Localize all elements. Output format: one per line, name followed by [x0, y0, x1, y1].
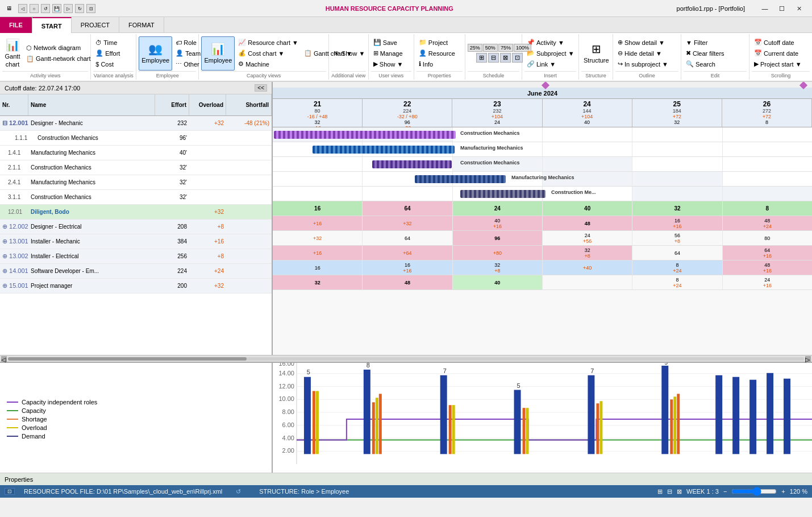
hscrollbar[interactable]: ◁ ▷ — [0, 355, 812, 362]
cell: +80 — [453, 246, 543, 260]
statusbar: ⊡ RESOURCE POOL FILE: D:\01 RP\Samples\_… — [0, 485, 812, 498]
table-row[interactable]: ⊕ 14.001 Software Developer - Em... 224 … — [0, 264, 272, 279]
zoom-icon-2[interactable]: ⊟ — [488, 53, 499, 63]
table-row[interactable]: 2.1.1 Construction Mechanics 32' — [0, 160, 272, 175]
cell: 32 — [632, 201, 722, 216]
row-effort: 200 — [155, 282, 189, 289]
statusbar-icon[interactable]: ⊡ — [5, 488, 15, 495]
row-nr: 2.1.1 — [0, 164, 28, 171]
gantt-network-button[interactable]: 📋 Gantt-network chart — [24, 53, 93, 64]
project-button[interactable]: 📁 Project — [417, 38, 457, 48]
row-nr: 3.1.1 — [0, 193, 28, 201]
employee-capacity-button[interactable]: 📊 Employee — [201, 36, 235, 71]
layout-icon-3[interactable]: ⊠ — [677, 488, 682, 495]
day-val-24: 144 — [583, 108, 592, 114]
hide-detail-button[interactable]: ⊖ Hide detail ▼ — [615, 48, 671, 59]
scroll-right[interactable]: ▷ — [805, 356, 811, 362]
toolbar-icon-2[interactable]: ○ — [30, 4, 39, 13]
show-button[interactable]: 👁 Show ▼ — [331, 48, 367, 59]
day-b-26: 8 — [765, 119, 768, 125]
employee-main-icon: 👥 — [148, 42, 163, 56]
resource-button[interactable]: 👤 Resource — [417, 48, 457, 59]
structure-button[interactable]: ⊞ Structure — [581, 36, 611, 71]
subproject-button[interactable]: 📂 Subproject ▼ — [524, 48, 577, 59]
activity-button[interactable]: 📌 Activity ▼ — [524, 38, 577, 48]
cost-chart-button[interactable]: 💰 Cost chart ▼ — [236, 48, 301, 59]
zoom-icon-4[interactable]: ⊡ — [512, 53, 523, 63]
refresh-icon[interactable]: ↺ — [236, 488, 241, 495]
row-shortfall — [226, 167, 272, 168]
search-label: Search — [696, 61, 715, 68]
zoom-slider[interactable] — [731, 487, 777, 496]
machine-button[interactable]: ⚙ Machine — [236, 59, 301, 69]
zoom-25[interactable]: 25% — [468, 44, 482, 52]
resource-chart-button[interactable]: 📈 Resource chart ▼ — [236, 38, 301, 48]
show-detail-button[interactable]: ⊕ Show detail ▼ — [615, 38, 671, 48]
tab-format[interactable]: FORMAT — [119, 17, 164, 33]
info-button[interactable]: ℹ Info — [417, 59, 457, 69]
table-row[interactable]: ⊕ 13.001 Installer - Mechanic 384 +16 — [0, 234, 272, 249]
cutoff-date-button[interactable]: 📅 Cutoff date — [752, 38, 804, 48]
clear-filters-button[interactable]: ✖ Clear filters — [684, 48, 727, 59]
toolbar-icon-5[interactable]: ▷ — [64, 4, 73, 13]
table-row[interactable]: 2.4.1 Manufacturing Mechanics 32' — [0, 175, 272, 190]
tab-file[interactable]: FILE — [0, 17, 32, 33]
toolbar-icon-6[interactable]: ↻ — [75, 4, 84, 13]
table-row[interactable]: 1.1.1 Construction Mechanics 96' — [0, 131, 272, 146]
row-name: Designer - Mechanic — [28, 119, 155, 127]
zoom-75[interactable]: 75% — [498, 44, 513, 52]
table-row[interactable]: ⊕ 12.002 Designer - Electrical 208 +8 — [0, 220, 272, 234]
save-view-button[interactable]: 💾 Save — [371, 38, 405, 48]
employee-main-button[interactable]: 👥 Employee — [139, 36, 172, 71]
show-view-button[interactable]: ▶ Show ▼ — [371, 59, 405, 69]
zoom-50[interactable]: 50% — [483, 44, 498, 52]
cell — [723, 187, 812, 201]
bar-label-construction-1: Construction Mechanics — [460, 130, 520, 136]
in-subproject-button[interactable]: ↪ In subproject ▼ — [615, 59, 671, 69]
zoom-icon-3[interactable]: ⊠ — [500, 53, 511, 63]
tab-start[interactable]: START — [32, 17, 72, 33]
table-row[interactable]: ⊕ 15.001 Project manager 200 +32 — [0, 279, 272, 293]
toolbar-icon-7[interactable]: ⊡ — [86, 4, 95, 13]
props-group-label: Properties — [417, 71, 463, 78]
zoom-level: 120 % — [790, 488, 807, 495]
toolbar-icon-4[interactable]: 💾 — [52, 4, 61, 13]
manage-button[interactable]: ⊞ Manage — [371, 48, 405, 59]
cost-button[interactable]: $ Cost — [93, 59, 122, 69]
scroll-left[interactable]: ◁ — [1, 356, 7, 362]
scroll-thumb[interactable] — [8, 357, 247, 361]
day-num-26: 26 — [763, 100, 771, 108]
time-button[interactable]: ⏱ Time — [93, 38, 122, 48]
tab-project[interactable]: PROJECT — [72, 17, 119, 33]
table-row[interactable]: 1.4.1 Manufacturing Mechanics 40' — [0, 146, 272, 160]
effort-button[interactable]: 👤 Effort — [93, 48, 122, 59]
collapse-button[interactable]: << — [255, 84, 267, 92]
zoom-out-icon[interactable]: + — [781, 488, 785, 495]
zoom-icon-1[interactable]: ⊞ — [476, 53, 487, 63]
machine-icon: ⚙ — [238, 60, 244, 68]
network-button[interactable]: ⬡ Network diagram — [24, 43, 93, 53]
gantt-chart-button[interactable]: 📊 Gantt chart — [2, 36, 23, 71]
scroll-track[interactable] — [8, 357, 804, 361]
layout-icon-1[interactable]: ⊞ — [657, 488, 663, 495]
current-date-button[interactable]: 📅 Current date — [752, 48, 804, 59]
toolbar-icon-3[interactable]: ↺ — [41, 4, 50, 13]
row-name: Construction Mechanics — [35, 134, 155, 142]
search-button[interactable]: 🔍 Search — [684, 59, 727, 69]
link-button[interactable]: 🔗 Link ▼ — [524, 59, 577, 69]
toolbar-icon-1[interactable]: ◁ — [18, 4, 27, 13]
filter-button[interactable]: ▼ Filter — [684, 38, 727, 48]
close-button[interactable]: ✕ — [790, 3, 807, 14]
day-header-23: 23 232 +104 24 — [452, 99, 542, 127]
project-start-button[interactable]: ▶ Project start ▼ — [752, 59, 804, 69]
layout-icon-2[interactable]: ⊟ — [667, 488, 672, 495]
table-row[interactable]: ⊟ 12.001 Designer - Mechanic 232 +32 -48… — [0, 116, 272, 131]
maximize-button[interactable]: ☐ — [773, 3, 790, 14]
table-row[interactable]: 12.01 Diligent, Bodo +32 — [0, 205, 272, 220]
minimize-button[interactable]: — — [756, 3, 773, 14]
zoom-in-icon[interactable]: − — [723, 488, 727, 495]
table-row[interactable]: ⊕ 13.002 Installer - Electrical 256 +8 — [0, 249, 272, 264]
row-effort: 40' — [155, 149, 189, 156]
gantt-area: Cutoff date: 22.07.24 17:00 << Nr. Name … — [0, 82, 812, 355]
table-row[interactable]: 3.1.1 Construction Mechanics 32' — [0, 190, 272, 205]
